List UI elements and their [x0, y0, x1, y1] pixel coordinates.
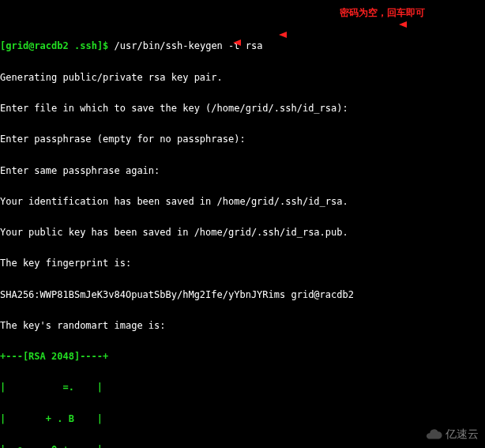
arrow-icon	[279, 32, 287, 38]
output-line: Your identification has been saved in /h…	[0, 197, 485, 207]
output-line: Generating public/private rsa key pair.	[0, 73, 485, 83]
arrow-icon	[233, 40, 241, 46]
output-line: Your public key has been saved in /home/…	[0, 228, 485, 238]
randomart-line: | + . B |	[0, 414, 485, 424]
terminal-window[interactable]: [grid@racdb2 .ssh]$ /usr/bin/ssh-keygen …	[0, 0, 485, 448]
output-line: The key fingerprint is:	[0, 258, 485, 269]
randomart-line: | =. |	[0, 382, 485, 393]
randomart-line: | o . O + . |	[0, 445, 485, 448]
output-line: The key's randomart image is:	[0, 321, 485, 331]
cloud-icon	[425, 426, 442, 443]
output-line: Enter file in which to save the key (/ho…	[0, 104, 485, 114]
watermark: 亿速云	[425, 426, 479, 443]
arrow-icon	[399, 21, 407, 28]
randomart-line: +---[RSA 2048]----+	[0, 352, 485, 362]
output-line: SHA256:WWP81BSmJeK3v84OpuatSbBy/hMg2Ife/…	[0, 290, 485, 300]
shell-prompt: [grid@racdb2 .ssh]$	[0, 40, 115, 51]
output-line: Enter same passphrase again:	[0, 166, 485, 176]
output-line: Enter passphrase (empty for no passphras…	[0, 134, 485, 145]
watermark-text: 亿速云	[446, 429, 479, 439]
annotation-text: 密码为空，回车即可	[340, 8, 425, 18]
